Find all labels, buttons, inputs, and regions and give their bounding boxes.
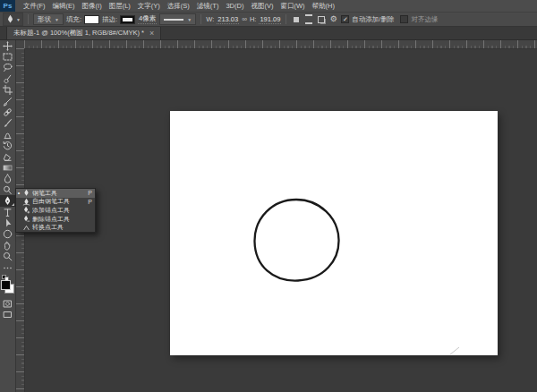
path-selection-tool[interactable] — [0, 217, 15, 228]
shape-height-field[interactable]: 191.09 — [259, 15, 281, 24]
geometry-options-gear-icon[interactable]: ⚙ — [328, 14, 338, 24]
menu-type[interactable]: 文字(Y) — [134, 0, 164, 12]
auto-add-delete-checkbox[interactable] — [341, 15, 349, 23]
divider — [28, 14, 29, 24]
gradient-icon — [3, 163, 13, 173]
brush-tool[interactable] — [0, 118, 15, 129]
tool-mode-dropdown[interactable]: 形状 ▼ — [33, 13, 64, 25]
gradient-tool[interactable] — [0, 162, 15, 173]
lasso-icon — [3, 63, 13, 72]
flyout-item-add-anchor-point-tool[interactable]: 添加锚点工具 — [16, 206, 95, 215]
spot-healing-brush-tool[interactable] — [0, 107, 15, 117]
freeform-pen-icon — [22, 198, 30, 206]
eyedropper-icon — [3, 97, 13, 107]
align-edges-label: 对齐边缘 — [411, 15, 438, 24]
crop-tool[interactable] — [0, 85, 15, 96]
quick-selection-tool[interactable] — [0, 73, 15, 84]
menu-file[interactable]: 文件(F) — [20, 0, 49, 12]
screen-mode-icon — [3, 310, 13, 320]
menu-select[interactable]: 选择(S) — [164, 0, 193, 12]
magnifier-icon — [3, 251, 13, 261]
fill-swatch[interactable] — [84, 15, 99, 24]
canvas-scratch-mark — [450, 347, 459, 354]
pen-tool[interactable] — [0, 195, 15, 206]
menu-3d[interactable]: 3D(D) — [222, 0, 247, 12]
stroke-label: 描边: — [102, 15, 117, 24]
photoshop-window: Ps 文件(F) 编辑(E) 图像(I) 图层(L) 文字(Y) 选择(S) 滤… — [0, 0, 537, 392]
menu-window[interactable]: 窗口(W) — [277, 0, 308, 12]
document-tab[interactable]: 未标题-1 @ 100%(椭圆 1, RGB/8#/CMYK) * × — [6, 27, 161, 39]
menu-filter[interactable]: 滤镜(T) — [193, 0, 223, 12]
link-dimensions-icon[interactable]: ∞ — [242, 15, 247, 23]
quick-selection-icon — [3, 74, 13, 84]
pen-icon — [22, 189, 30, 197]
ellipsis-icon — [3, 263, 13, 273]
add-anchor-point-icon — [22, 206, 30, 214]
dodge-tool[interactable] — [0, 184, 15, 195]
brush-icon — [3, 118, 13, 128]
flyout-item-freeform-pen-tool[interactable]: 自由钢笔工具 P — [16, 198, 95, 207]
hand-icon — [3, 241, 13, 251]
quick-mask-button[interactable] — [0, 298, 15, 309]
hand-tool[interactable] — [0, 240, 15, 251]
divider — [286, 14, 286, 24]
screen-mode-button[interactable] — [0, 310, 15, 320]
clone-stamp-icon — [3, 130, 13, 140]
path-selection-arrow-icon — [3, 218, 13, 228]
flyout-item-pen-tool[interactable]: • 钢笔工具 P — [16, 189, 95, 198]
menu-help[interactable]: 帮助(H) — [309, 0, 338, 12]
foreground-color-swatch[interactable] — [1, 280, 11, 290]
blur-drop-icon — [3, 174, 13, 183]
history-brush-icon — [3, 141, 13, 150]
marquee-icon — [3, 52, 13, 62]
path-arrangement-icon[interactable] — [316, 14, 326, 24]
menu-image[interactable]: 图像(I) — [79, 0, 106, 12]
options-bar: ▼ 形状 ▼ 填充: 描边: 4像素 ▼ W: 213.03 ∞ H: 191.… — [0, 13, 537, 27]
stroke-width-field[interactable]: 4像素 — [138, 14, 157, 24]
convert-point-icon — [22, 224, 30, 232]
lasso-tool[interactable] — [0, 63, 15, 73]
current-tool-bullet: • — [17, 190, 21, 196]
horizontal-ruler[interactable] — [24, 40, 537, 49]
path-alignment-icon[interactable] — [303, 14, 313, 24]
eraser-tool[interactable] — [0, 151, 15, 162]
flyout-item-delete-anchor-point-tool[interactable]: 删除锚点工具 — [16, 215, 95, 224]
move-tool[interactable] — [0, 40, 15, 51]
align-edges-checkbox[interactable] — [400, 15, 408, 23]
ellipse-icon — [3, 229, 13, 239]
tool-preset-picker[interactable]: ▼ — [3, 13, 23, 26]
history-brush-tool[interactable] — [0, 141, 15, 151]
canvas[interactable] — [170, 111, 498, 355]
menu-edit[interactable]: 编辑(E) — [49, 0, 79, 12]
eraser-icon — [3, 152, 13, 162]
document-tab-bar: 未标题-1 @ 100%(椭圆 1, RGB/8#/CMYK) * × — [0, 27, 537, 40]
menu-layer[interactable]: 图层(L) — [106, 0, 134, 12]
ellipse-outline — [254, 200, 338, 281]
healing-brush-icon — [3, 107, 13, 117]
close-tab-icon[interactable]: × — [149, 30, 154, 38]
fill-label: 填充: — [66, 15, 81, 24]
path-operations-icon[interactable] — [291, 14, 301, 24]
clone-stamp-tool[interactable] — [0, 129, 15, 140]
edit-toolbar-button[interactable] — [0, 262, 15, 273]
rectangular-marquee-tool[interactable] — [0, 51, 15, 62]
chevron-down-icon: ▼ — [55, 17, 59, 22]
type-tool[interactable] — [0, 207, 15, 217]
tool-mode-value: 形状 — [38, 15, 51, 24]
height-label: H: — [250, 15, 257, 23]
ellipse-shape-tool[interactable] — [0, 229, 15, 240]
type-icon — [3, 208, 13, 217]
stroke-swatch[interactable] — [120, 15, 135, 24]
zoom-tool[interactable] — [0, 251, 15, 261]
tool-bar — [0, 40, 16, 392]
blur-tool[interactable] — [0, 174, 15, 184]
menu-view[interactable]: 视图(V) — [247, 0, 277, 12]
document-title: 未标题-1 @ 100%(椭圆 1, RGB/8#/CMYK) * — [13, 29, 144, 38]
width-label: W: — [206, 15, 214, 23]
stroke-type-dropdown[interactable]: ▼ — [159, 13, 196, 25]
solid-line-icon — [164, 19, 183, 21]
color-swatches — [0, 275, 15, 294]
flyout-item-convert-point-tool[interactable]: 转换点工具 — [16, 223, 95, 232]
eyedropper-tool[interactable] — [0, 96, 15, 107]
shape-width-field[interactable]: 213.03 — [217, 15, 239, 24]
